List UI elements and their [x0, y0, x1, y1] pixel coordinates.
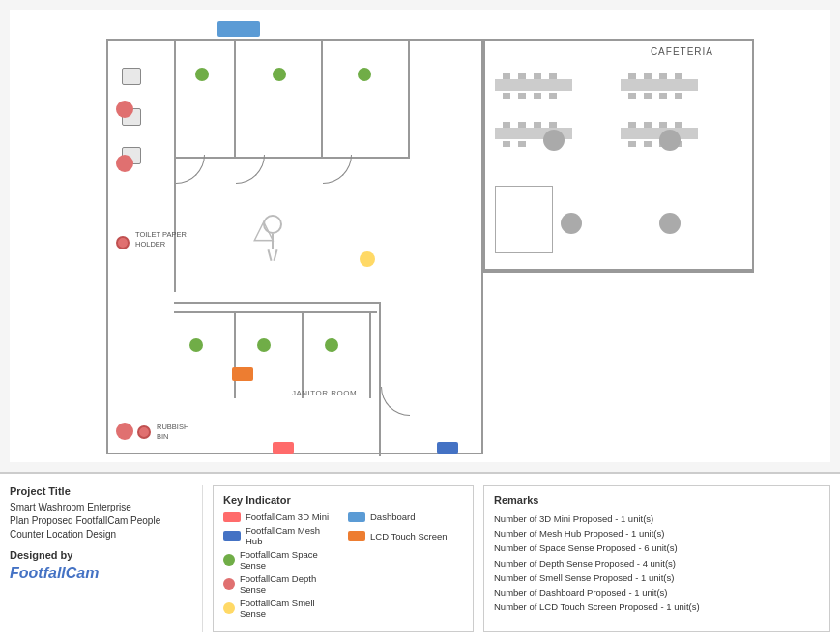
sink-1 [122, 68, 141, 85]
cafeteria-booth [495, 186, 553, 253]
dashboard-icon [348, 512, 365, 522]
rubbish-bin-label: RUBBISHBIN [157, 423, 188, 442]
door-arc-janitor [381, 387, 410, 416]
remarks-title: Remarks [494, 494, 820, 506]
ki-lcd: LCD Touch Screen [348, 525, 463, 546]
remark-7: Number of LCD Touch Screen Proposed - 1 … [494, 600, 820, 614]
ki-grid: FootfallCam 3D Mini Dashboard FootfallCa… [223, 512, 463, 619]
ki-meshhub: FootfallCam Mesh Hub [223, 525, 338, 546]
space-sense-5 [257, 338, 271, 352]
lcd-icon [348, 531, 365, 541]
rubbish-bin [137, 425, 151, 439]
ki-3dmini: FootfallCam 3D Mini [223, 512, 338, 522]
depth-sense-2 [116, 155, 133, 172]
dashboard-device [217, 21, 260, 37]
spacesense-label: FootfallCam Space Sense [240, 549, 338, 571]
key-indicator-panel: Key Indicator FootfallCam 3D Mini Dashbo… [213, 485, 474, 632]
space-sense-2 [273, 68, 286, 81]
main-washroom: △ TOILET PAPER HOLDER [106, 39, 483, 454]
lcd-touchscreen [232, 367, 253, 381]
depth-sense-3 [116, 423, 133, 440]
remark-6: Number of Dashboard Proposed - 1 unit(s) [494, 585, 820, 600]
depth-sense-1 [116, 101, 133, 118]
3dmini-icon [223, 512, 241, 522]
remarks-panel: Remarks Number of 3D Mini Proposed - 1 u… [483, 485, 830, 632]
remark-5: Number of Smell Sense Proposed - 1 unit(… [494, 571, 820, 585]
remark-3: Number of Space Sense Proposed - 6 unit(… [494, 541, 820, 555]
lcd-label: LCD Touch Screen [370, 531, 448, 542]
3dmini-label: FootfallCam 3D Mini [246, 512, 329, 522]
smell-sense-1 [360, 251, 375, 267]
smellsense-label: FootfallCam Smell Sense [240, 598, 338, 619]
wall-connector [483, 271, 754, 273]
bottom-info-section: Project Title Smart Washroom Enterprise … [0, 474, 840, 644]
remark-1: Number of 3D Mini Proposed - 1 unit(s) [494, 512, 820, 526]
space-sense-4 [189, 338, 203, 352]
designed-by-label: Designed by [10, 549, 192, 561]
spacesense-icon [223, 554, 235, 566]
door-arc-2 [236, 155, 265, 184]
mini3d-device [273, 442, 294, 454]
toilet-paper-holder [116, 236, 130, 249]
project-info-panel: Project Title Smart Washroom Enterprise … [10, 485, 203, 632]
depth-sense-caf-2 [659, 130, 681, 151]
depth-sense-caf-3 [561, 213, 582, 234]
depthsense-icon [223, 578, 235, 590]
depthsense-label: FootfallCam Depth Sense [240, 573, 338, 595]
floor-plan-area: △ TOILET PAPER HOLDER [0, 0, 840, 474]
door-arc-1 [176, 155, 205, 184]
space-sense-1 [195, 68, 209, 81]
meshhub-device [437, 442, 458, 454]
janitor-label: JANITOR ROOM [292, 389, 357, 397]
meshhub-icon [223, 531, 241, 541]
door-arc-3 [323, 155, 352, 184]
ki-title: Key Indicator [223, 494, 463, 506]
depth-sense-caf-4 [659, 213, 681, 234]
space-sense-6 [325, 338, 338, 352]
human-figure [253, 215, 292, 263]
dashboard-label: Dashboard [370, 512, 415, 522]
ki-dashboard: Dashboard [348, 512, 463, 522]
footfallcam-logo: FootfallCam [10, 565, 192, 582]
project-name: Smart Washroom Enterprise Plan Proposed … [10, 501, 192, 542]
ki-spacesense: FootfallCam Space Sense [223, 549, 338, 571]
cafeteria-label: CAFETERIA [651, 46, 713, 57]
meshhub-label: FootfallCam Mesh Hub [246, 525, 338, 546]
toilet-paper-label: TOILET PAPER HOLDER [135, 230, 193, 249]
ki-smellsense: FootfallCam Smell Sense [223, 598, 338, 619]
remark-2: Number of Mesh Hub Proposed - 1 unit(s) [494, 526, 820, 541]
cafeteria-room: CAFETERIA [483, 39, 754, 271]
floorplan: △ TOILET PAPER HOLDER [10, 10, 830, 462]
space-sense-3 [358, 68, 371, 81]
smellsense-icon [223, 602, 235, 614]
depth-sense-caf-1 [543, 130, 565, 151]
ki-depthsense: FootfallCam Depth Sense [223, 573, 338, 595]
project-title-label: Project Title [10, 485, 192, 497]
remark-4: Number of Depth Sense Proposed - 4 unit(… [494, 556, 820, 571]
